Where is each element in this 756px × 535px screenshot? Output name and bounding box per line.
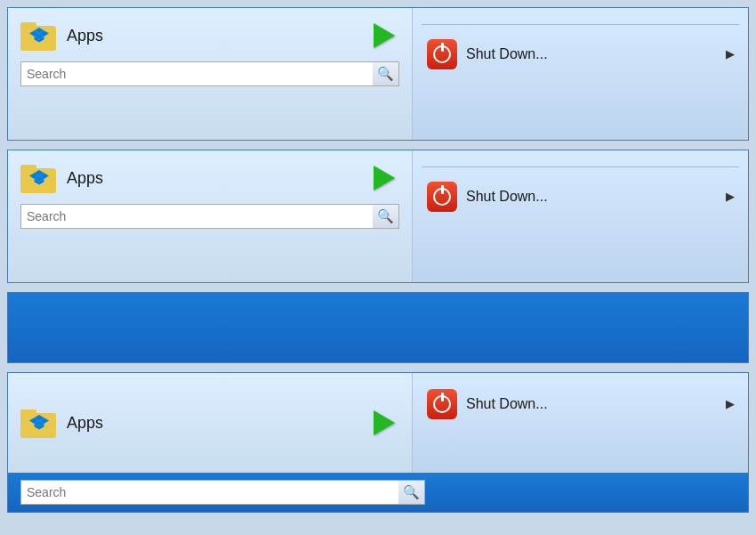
- panel-2: Apps 🔍 Shut Down... ▶: [7, 150, 749, 283]
- svg-rect-1: [20, 22, 36, 31]
- panel-2-search-input[interactable]: [20, 204, 373, 229]
- folder-icon-3: [20, 406, 58, 440]
- panel-3-left: Apps: [8, 373, 413, 473]
- panel-1-shutdown-label: Shut Down...: [466, 46, 717, 62]
- panel-2-play-button[interactable]: [369, 163, 399, 193]
- panel-3-app-label: Apps: [67, 414, 360, 433]
- panel-1-app-row: Apps: [20, 19, 399, 53]
- svg-rect-17: [20, 409, 36, 418]
- folder-icon-2: [20, 161, 58, 195]
- panel-3-shutdown-row[interactable]: Shut Down... ▶: [422, 385, 739, 423]
- search-icon-3: 🔍: [403, 484, 420, 500]
- panel-1-search-input[interactable]: [20, 61, 373, 86]
- panel-1-right: Shut Down... ▶: [413, 8, 748, 140]
- panel-3-shutdown-label: Shut Down...: [466, 396, 717, 412]
- shutdown-icon-3: [427, 389, 457, 419]
- panel-2-arrow-icon: ▶: [726, 190, 734, 203]
- panel-3-arrow-icon: ▶: [726, 398, 734, 410]
- search-icon: 🔍: [377, 66, 394, 82]
- play-triangle-icon-3: [374, 410, 395, 435]
- panel-2-app-row: Apps: [20, 161, 399, 195]
- panel-3-app-row: Apps: [20, 406, 399, 440]
- panel-1-left: Apps 🔍: [8, 8, 413, 140]
- panel-3-search-container: 🔍: [8, 473, 748, 512]
- panel-3-search-row: 🔍: [20, 480, 425, 505]
- panel-3-play-button[interactable]: [369, 408, 399, 438]
- play-triangle-icon: [374, 23, 395, 48]
- panel-1-arrow-icon: ▶: [726, 48, 734, 61]
- panel-2-shutdown-row[interactable]: Shut Down... ▶: [422, 178, 739, 215]
- panel-1-play-button[interactable]: [369, 20, 399, 51]
- folder-icon: [20, 19, 58, 53]
- play-triangle-icon-2: [374, 166, 395, 190]
- svg-rect-9: [20, 165, 36, 174]
- panel-2-search-button[interactable]: 🔍: [373, 204, 399, 229]
- search-icon-2: 🔍: [377, 208, 394, 224]
- panel-1-app-label: Apps: [67, 27, 360, 45]
- panel-3-right: Shut Down... ▶: [413, 373, 748, 473]
- panel-3-search-input[interactable]: [20, 480, 398, 505]
- panel-1-shutdown-row[interactable]: Shut Down... ▶: [422, 36, 739, 73]
- panel-2-divider: [422, 166, 739, 167]
- panel-2-search-row: 🔍: [20, 204, 399, 229]
- panel-1-divider: [422, 24, 739, 25]
- panel-3: Apps Shut Down... ▶ 🔍: [7, 372, 749, 513]
- shutdown-icon: [427, 39, 457, 69]
- panel-2-app-label: Apps: [67, 169, 360, 188]
- shutdown-icon-2: [427, 182, 457, 212]
- panel-3-search-button[interactable]: 🔍: [398, 480, 425, 505]
- panel-1: Apps 🔍 Shut Down... ▶: [7, 7, 749, 141]
- panel-3-top-row: Apps Shut Down... ▶: [8, 373, 748, 473]
- panel-1-search-button[interactable]: 🔍: [373, 61, 399, 86]
- blue-bar: [7, 292, 749, 363]
- panel-1-search-row: 🔍: [20, 61, 399, 86]
- panel-2-right: Shut Down... ▶: [413, 150, 748, 282]
- panel-2-left: Apps 🔍: [8, 150, 413, 282]
- panel-2-shutdown-label: Shut Down...: [466, 189, 717, 205]
